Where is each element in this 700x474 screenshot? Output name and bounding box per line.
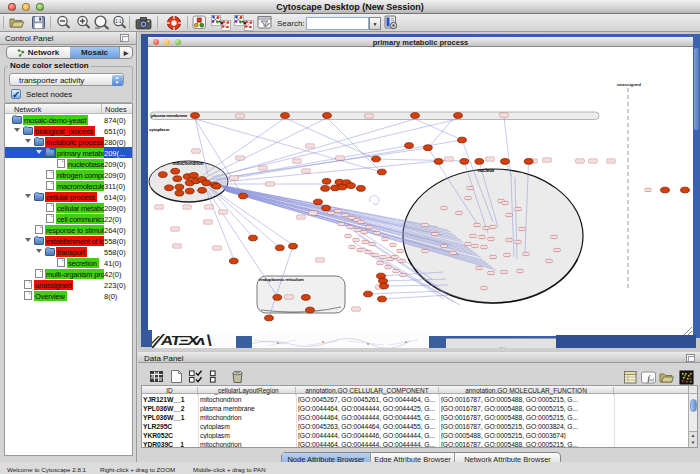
svg-text:unassigned: unassigned (617, 82, 641, 87)
svg-text:cytoplasm: cytoplasm (149, 127, 170, 132)
svg-text:nucleus: nucleus (478, 168, 495, 173)
svg-text:(o): (o) (648, 377, 654, 382)
svg-text:plasma membrane: plasma membrane (151, 113, 188, 118)
svg-text:mitochondrion: mitochondrion (173, 161, 204, 166)
svg-text:1:1: 1:1 (115, 19, 122, 24)
svg-text:endoplasmic reticulum: endoplasmic reticulum (259, 277, 304, 282)
